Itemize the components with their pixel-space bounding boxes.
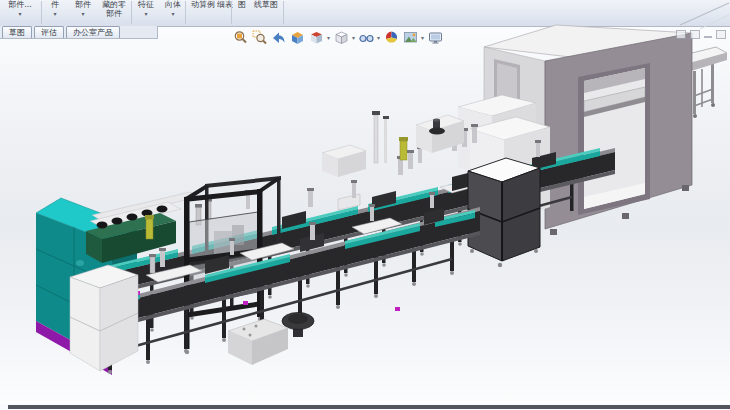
zoom-to-fit-icon[interactable] xyxy=(233,30,248,45)
taskbar-edge xyxy=(8,405,730,409)
heads-up-view-toolbar: ▾ ▾ ▾ ▾ xyxy=(233,30,443,45)
hide-show-items-icon[interactable] xyxy=(359,30,374,45)
tall-posts xyxy=(372,111,389,163)
section-view-icon[interactable] xyxy=(290,30,305,45)
corner-lines xyxy=(680,3,729,29)
dropdown-caret-icon[interactable]: ▾ xyxy=(352,34,355,41)
restore-window-icon[interactable] xyxy=(676,30,686,39)
zoom-to-area-icon[interactable] xyxy=(252,30,267,45)
cabinet-hole xyxy=(76,260,84,266)
edit-appearance-icon[interactable] xyxy=(384,30,399,45)
command-manager-tabs: 草图 评估 办公室产品 xyxy=(0,26,158,39)
solidworks-window: 部件...▾ 件▾ 部件▾ 藏的零部件 特征▾ 向体▾ 动算例 细表 图 线草图… xyxy=(0,0,730,410)
back-boxes xyxy=(322,115,464,177)
tile-window-icon[interactable] xyxy=(690,30,700,39)
tab-evaluate[interactable]: 评估 xyxy=(34,26,64,38)
display-style-icon[interactable] xyxy=(334,30,349,45)
mdi-window-controls xyxy=(676,30,726,39)
dropdown-caret-icon[interactable]: ▾ xyxy=(377,34,380,41)
dropdown-caret-icon[interactable]: ▾ xyxy=(421,34,424,41)
previous-view-icon[interactable] xyxy=(271,30,286,45)
dropdown-caret-icon[interactable]: ▾ xyxy=(327,34,330,41)
front-white-boxes[interactable] xyxy=(70,265,138,371)
tab-sketch[interactable]: 草图 xyxy=(2,26,32,38)
floor-junction-box[interactable] xyxy=(228,319,288,365)
view-orientation-icon[interactable] xyxy=(309,30,324,45)
assembly-model xyxy=(0,1,730,410)
graphics-viewport[interactable]: ▾ ▾ ▾ ▾ xyxy=(0,26,730,404)
bottom-bar xyxy=(0,404,730,410)
apply-scene-icon[interactable] xyxy=(403,30,418,45)
view-settings-icon[interactable] xyxy=(428,30,443,45)
minimize-window-icon[interactable] xyxy=(704,36,712,38)
window-menu-icon[interactable] xyxy=(716,30,726,39)
tab-office-products[interactable]: 办公室产品 xyxy=(66,26,120,38)
